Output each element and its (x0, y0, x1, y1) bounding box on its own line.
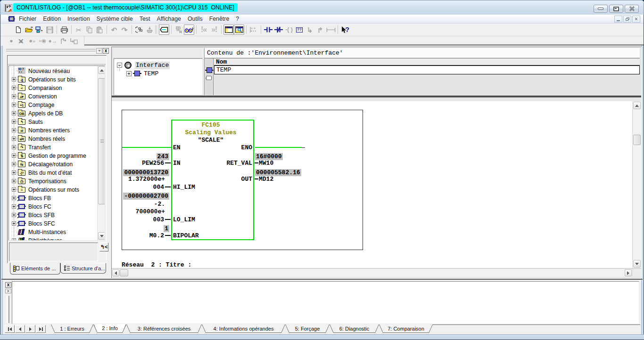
open-branch-button[interactable]: ↳ (305, 24, 315, 35)
palette-item-nombres-entiers[interactable]: ±INombres entiers (9, 126, 97, 135)
close-button[interactable] (625, 5, 639, 13)
output-tab-4-informations-op-randes[interactable]: 4: Informations opérandes (202, 324, 285, 333)
palette-item-nombres-r-els[interactable]: ±RNombres réels (9, 135, 97, 143)
save-button[interactable] (44, 24, 55, 35)
maximize-button[interactable] (609, 5, 623, 13)
lo-lim-line2[interactable]: 700000e+ (118, 208, 165, 215)
mdi-restore-button[interactable] (623, 16, 631, 23)
palette-menu-button[interactable] (96, 48, 102, 54)
expand-icon[interactable] (12, 128, 16, 132)
expand-icon[interactable] (12, 221, 16, 226)
menu-insertion[interactable]: Insertion (64, 15, 93, 24)
editor-scroll-up-button[interactable] (633, 102, 641, 109)
palette-item-conversion[interactable]: ▵▾Conversion (9, 92, 97, 101)
network-title-label[interactable]: Réseau 2 : Titre : (122, 261, 191, 268)
lo-lim-line3[interactable]: 003 (118, 216, 164, 223)
palette-item-blocs-fc[interactable]: Blocs FC (9, 202, 97, 211)
palette-item-temporisations[interactable]: ◷Temporisations (9, 177, 97, 186)
hi-lim-line2[interactable]: 004 (118, 184, 164, 191)
tab-nav-next-button[interactable] (25, 325, 35, 333)
undo-button[interactable]: ↶ (109, 24, 119, 35)
expand-icon[interactable] (12, 103, 16, 107)
editor-scroll-left-button[interactable] (112, 269, 119, 276)
expand-icon[interactable] (12, 94, 16, 98)
previous-network-button[interactable]: !« (198, 24, 209, 35)
lo-lim-line1[interactable]: -2. (118, 201, 165, 208)
editor-hscroll-thumb[interactable] (120, 269, 128, 276)
temp-label[interactable]: TEMP (144, 70, 158, 78)
menu-affichage[interactable]: Affichage (153, 15, 184, 24)
expand-icon[interactable] (12, 77, 16, 81)
mdi-minimize-button[interactable] (614, 16, 622, 23)
close-branch-button[interactable]: ↱ (315, 24, 325, 35)
editor-vertical-scrollbar[interactable] (633, 101, 641, 268)
editor-scroll-down-button[interactable] (633, 260, 641, 267)
declaration-row-empty[interactable] (214, 74, 640, 83)
copy-button[interactable] (84, 24, 94, 35)
expand-icon[interactable] (12, 154, 16, 158)
output-close-button[interactable]: x (5, 282, 11, 288)
output-content[interactable] (12, 281, 639, 324)
next-network-button[interactable]: »! (209, 24, 219, 35)
menu-syst-me-cible[interactable]: Système cible (93, 15, 136, 24)
palette-scrollbar[interactable] (97, 66, 105, 240)
rail-button[interactable]: ⊢⊣ (325, 24, 336, 35)
editor-horizontal-scrollbar[interactable] (112, 269, 632, 277)
palette-item-bits-du-mot-d-tat[interactable]: -|?Bits du mot d'état (9, 169, 97, 177)
tab-call-structure[interactable]: Structure d'a... (60, 263, 106, 274)
palette-item-multi-instances[interactable]: Multi-instances (9, 228, 97, 236)
new-document-button[interactable] (13, 24, 24, 35)
delete-breakpoints-button[interactable]: ●✕ (17, 37, 27, 45)
menu-test[interactable]: Test (136, 15, 154, 24)
output-tab-6-diagnostic[interactable]: 6: Diagnostic (330, 324, 379, 333)
tab-nav-previous-button[interactable] (15, 325, 25, 333)
execute-call-button[interactable] (58, 37, 68, 45)
expand-icon[interactable] (12, 162, 16, 166)
output-grip[interactable] (7, 296, 9, 323)
palette-item-comptage[interactable]: +1Comptage (9, 101, 97, 109)
expand-icon[interactable] (12, 213, 16, 217)
continue-button[interactable]: »◉ (37, 37, 48, 45)
palette-item-blocs-sfb[interactable]: Blocs SFB (9, 211, 97, 219)
expand-icon[interactable] (126, 71, 132, 76)
menu-fen-tre[interactable]: Fenêtre (206, 15, 233, 24)
editor-vscroll-thumb[interactable] (633, 135, 641, 145)
breakpoints-active-button[interactable]: ●» (27, 37, 37, 45)
upload-button[interactable] (144, 24, 155, 35)
palette-item-blocs-sfc[interactable]: Blocs SFC (9, 219, 97, 228)
open-block-button[interactable] (68, 37, 79, 45)
coil-button[interactable]: -( ) (284, 24, 294, 35)
output-tab-5-for-age[interactable]: 5: Forçage (285, 324, 330, 333)
palette-item-op-rations-sur-bits[interactable]: -||Opérations sur bits (9, 75, 97, 84)
palette-item-transfert[interactable]: ↷Transfert (9, 143, 97, 152)
expand-icon[interactable] (12, 145, 16, 149)
cut-button[interactable]: ✂ (74, 24, 84, 35)
expand-icon[interactable] (12, 187, 16, 192)
palette-item-appels-de-db[interactable]: DBAppels de DB (9, 109, 97, 118)
tab-nav-first-button[interactable] (5, 325, 15, 333)
palette-scroll-up-button[interactable] (98, 66, 105, 74)
expand-icon[interactable] (12, 170, 16, 175)
output-tab-3-r-f-rences-crois-es[interactable]: 3: Références croisées (126, 324, 202, 333)
operand-out[interactable]: MD12 (259, 176, 273, 183)
operand-in[interactable]: PEW256 (118, 160, 164, 167)
ladder-canvas[interactable]: FC105 Scaling Values "SCALE" EN ENO IN R… (112, 101, 632, 268)
hi-lim-line1[interactable]: 1.372000e+ (118, 176, 165, 183)
menu-?[interactable]: ? (232, 15, 242, 24)
palette-item-nouveau-r-seau[interactable]: H⊦?▪▪Nouveau réseau (9, 67, 97, 75)
declaration-tree-temp-row[interactable]: TEMP (124, 70, 212, 78)
mdi-close-button[interactable]: × (632, 16, 640, 23)
print-button[interactable] (59, 24, 69, 35)
palette-scroll-thumb[interactable] (98, 78, 105, 204)
output-tab-2-info[interactable]: 2 : Info (93, 324, 126, 333)
expand-icon[interactable] (12, 179, 16, 183)
expand-icon[interactable] (12, 120, 16, 124)
expand-icon[interactable] (12, 111, 16, 115)
menu-edition[interactable]: Edition (40, 15, 64, 24)
interface-label[interactable]: Interface (135, 62, 170, 69)
output-arrow-button[interactable] (5, 289, 11, 293)
station-connection-button[interactable] (173, 24, 184, 35)
expand-icon[interactable] (12, 137, 16, 141)
declaration-tree-root-row[interactable]: Interface (114, 62, 202, 69)
minimize-button[interactable] (594, 5, 608, 13)
